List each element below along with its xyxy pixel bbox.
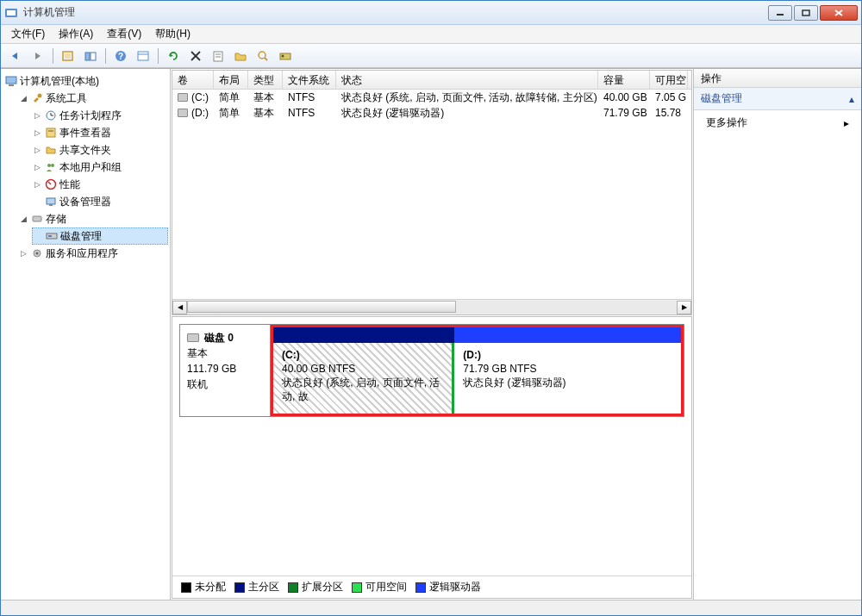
collapse-icon[interactable]: ◢: [18, 93, 28, 103]
tree-root[interactable]: 计算机管理(本地): [4, 72, 168, 90]
partition-status: 状态良好 (逻辑驱动器): [463, 376, 672, 389]
tree-label: 事件查看器: [59, 126, 111, 140]
main-area: 计算机管理(本地) ◢ 系统工具 ▷任务计划程序 ▷事件查看器: [1, 68, 861, 600]
menu-view[interactable]: 查看(V): [102, 25, 147, 43]
actions-section-label: 磁盘管理: [701, 91, 742, 106]
toolbar-icon-2[interactable]: [81, 47, 100, 65]
col-fs[interactable]: 文件系统: [283, 71, 336, 89]
svg-rect-24: [9, 84, 14, 86]
disk-icon: [178, 109, 188, 117]
partition-d[interactable]: (D:) 71.79 GB NTFS 状态良好 (逻辑驱动器): [454, 327, 681, 414]
tree-label: 服务和应用程序: [46, 246, 118, 261]
tree-storage[interactable]: ◢ 存储: [18, 210, 168, 227]
vol-capacity: 40.00 GB: [598, 91, 650, 103]
minimize-button[interactable]: [768, 5, 792, 21]
col-status[interactable]: 状态: [336, 71, 598, 89]
expand-icon[interactable]: ▷: [18, 248, 28, 258]
disk-map: 磁盘 0 基本 111.79 GB 联机 (C:) 40.00 GB NTFS: [172, 316, 692, 599]
svg-point-22: [282, 54, 284, 57]
expand-icon[interactable]: ▷: [32, 145, 42, 155]
search-icon[interactable]: [253, 47, 272, 65]
tree-services-apps[interactable]: ▷ 服务和应用程序: [18, 245, 168, 262]
statusbar: [1, 600, 861, 615]
actions-more-label: 更多操作: [706, 115, 747, 130]
legend-swatch: [234, 582, 245, 593]
volume-row[interactable]: (D:) 简单 基本 NTFS 状态良好 (逻辑驱动器) 71.79 GB 15…: [172, 105, 691, 121]
properties-icon[interactable]: [209, 47, 228, 65]
menu-file[interactable]: 文件(F): [6, 25, 50, 43]
svg-rect-37: [33, 216, 41, 221]
forward-button[interactable]: [28, 47, 47, 65]
svg-rect-36: [49, 204, 53, 206]
tree-performance[interactable]: ▷性能: [32, 176, 168, 193]
scroll-thumb[interactable]: [187, 301, 456, 313]
scroll-left-button[interactable]: ◀: [172, 301, 187, 314]
vol-layout: 简单: [214, 106, 248, 121]
partition-status: 状态良好 (系统, 启动, 页面文件, 活动, 故: [282, 376, 443, 403]
legend-label: 逻辑驱动器: [429, 580, 481, 594]
disk-size: 111.79 GB: [187, 361, 263, 376]
expand-icon[interactable]: ▷: [32, 128, 42, 138]
disk-label: 磁盘 0: [204, 330, 234, 345]
tree-local-users[interactable]: ▷本地用户和组: [32, 159, 168, 176]
tree-disk-management[interactable]: 磁盘管理: [32, 227, 168, 245]
legend-swatch: [415, 582, 426, 593]
partition-body: (C:) 40.00 GB NTFS 状态良好 (系统, 启动, 页面文件, 活…: [273, 343, 454, 414]
tree-device-manager[interactable]: 设备管理器: [32, 193, 168, 210]
tree-shared-folders[interactable]: ▷共享文件夹: [32, 141, 168, 159]
toolbar-icon-1[interactable]: [59, 47, 78, 65]
expand-icon[interactable]: ▷: [32, 110, 42, 121]
actions-more[interactable]: 更多操作 ▸: [694, 110, 861, 135]
col-free[interactable]: 可用空: [650, 71, 688, 89]
folder-icon[interactable]: [231, 47, 250, 65]
tree-event-viewer[interactable]: ▷事件查看器: [32, 124, 168, 141]
tree-system-tools[interactable]: ◢ 系统工具: [18, 90, 168, 107]
menu-action[interactable]: 操作(A): [53, 25, 98, 43]
toolbar-icon-3[interactable]: [134, 47, 153, 65]
legend-free: 可用空间: [352, 580, 407, 594]
close-button[interactable]: [820, 5, 858, 21]
actions-section[interactable]: 磁盘管理 ▴: [694, 88, 861, 110]
toolbar-separator: [158, 48, 159, 64]
partition-header: [454, 327, 681, 343]
disk-info[interactable]: 磁盘 0 基本 111.79 GB 联机: [180, 325, 271, 416]
col-layout[interactable]: 布局: [214, 71, 248, 89]
scroll-track[interactable]: [187, 301, 677, 314]
volume-row[interactable]: (C:) 简单 基本 NTFS 状态良好 (系统, 启动, 页面文件, 活动, …: [172, 90, 691, 105]
tree-task-scheduler[interactable]: ▷任务计划程序: [32, 107, 168, 124]
vol-capacity: 71.79 GB: [598, 107, 650, 119]
toolbar-icon-9[interactable]: [276, 47, 295, 65]
vol-status: 状态良好 (系统, 启动, 页面文件, 活动, 故障转储, 主分区): [336, 90, 598, 105]
scroll-right-button[interactable]: ▶: [677, 301, 691, 314]
legend-logical: 逻辑驱动器: [415, 580, 481, 594]
delete-icon[interactable]: [186, 47, 205, 65]
vol-layout: 简单: [214, 90, 248, 105]
legend-label: 可用空间: [365, 580, 407, 594]
window-controls: [768, 5, 858, 21]
col-capacity[interactable]: 容量: [598, 71, 650, 89]
tree-label: 共享文件夹: [59, 143, 111, 158]
svg-rect-39: [48, 235, 52, 237]
tree-label: 磁盘管理: [60, 229, 102, 244]
horizontal-scrollbar[interactable]: ◀ ▶: [172, 299, 691, 314]
tools-icon: [30, 91, 44, 105]
partition-c[interactable]: (C:) 40.00 GB NTFS 状态良好 (系统, 启动, 页面文件, 活…: [273, 327, 454, 414]
menubar: 文件(F) 操作(A) 查看(V) 帮助(H): [1, 25, 861, 44]
maximize-button[interactable]: [794, 5, 818, 21]
vol-type: 基本: [248, 90, 283, 105]
collapse-icon[interactable]: ◢: [18, 214, 28, 224]
legend-extended: 扩展分区: [288, 580, 343, 594]
vol-type: 基本: [248, 106, 283, 121]
menu-help[interactable]: 帮助(H): [150, 25, 196, 43]
col-type[interactable]: 类型: [248, 71, 283, 89]
svg-rect-23: [6, 77, 16, 84]
partition-size: 40.00 GB NTFS: [282, 362, 443, 376]
back-button[interactable]: [6, 47, 25, 65]
svg-rect-9: [91, 53, 96, 60]
refresh-icon[interactable]: [164, 47, 183, 65]
col-volume[interactable]: 卷: [172, 71, 214, 89]
expand-icon[interactable]: ▷: [32, 162, 42, 172]
tree-label: 存储: [46, 212, 66, 227]
help-icon[interactable]: ?: [111, 47, 130, 65]
expand-icon[interactable]: ▷: [32, 179, 42, 190]
